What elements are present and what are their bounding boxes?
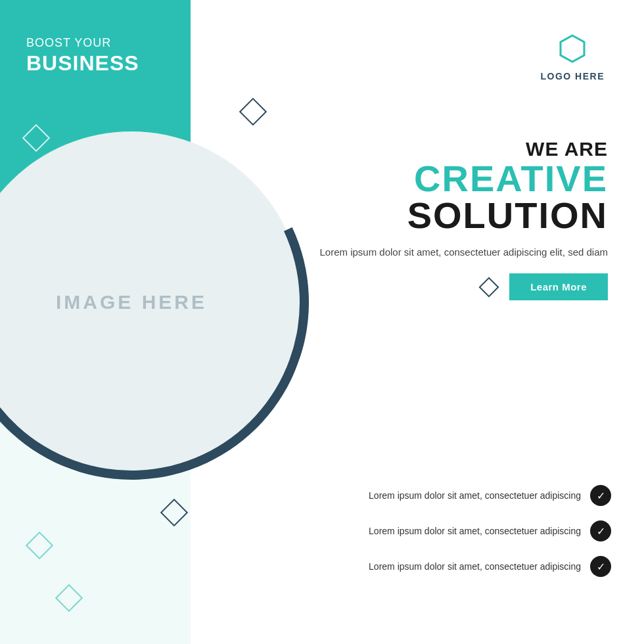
check-icon-1: ✓ — [590, 485, 611, 506]
logo-hexagon-icon — [557, 33, 588, 64]
button-row: Learn More — [319, 273, 608, 300]
diamond-icon-inline — [479, 277, 499, 297]
check-icon-3: ✓ — [590, 556, 611, 577]
boost-subtitle: BOOST YOUR — [26, 36, 139, 51]
canvas: BOOST YOUR BUSINESS LOGO HERE IMAGE HERE… — [0, 0, 644, 644]
feature-text-2: Lorem ipsum dolor sit amet, consectetuer… — [204, 524, 581, 538]
description-text: Lorem ipsum dolor sit amet, consectetuer… — [319, 244, 608, 260]
features-area: Lorem ipsum dolor sit amet, consectetuer… — [204, 485, 611, 591]
feature-item-2: Lorem ipsum dolor sit amet, consectetuer… — [204, 520, 611, 541]
circle-image-container: IMAGE HERE — [0, 131, 302, 473]
heading-area: WE ARE CREATIVE SOLUTION Lorem ipsum dol… — [319, 138, 608, 300]
circle-ring-decoration — [0, 75, 359, 530]
creative-text: CREATIVE — [319, 160, 608, 197]
feature-item-3: Lorem ipsum dolor sit amet, consectetuer… — [204, 556, 611, 577]
learn-more-button[interactable]: Learn More — [509, 273, 608, 300]
logo-area: LOGO HERE — [540, 33, 605, 81]
feature-item-1: Lorem ipsum dolor sit amet, consectetuer… — [204, 485, 611, 506]
feature-text-1: Lorem ipsum dolor sit amet, consectetuer… — [204, 489, 581, 503]
boost-headline: BOOST YOUR BUSINESS — [26, 36, 139, 76]
boost-title: BUSINESS — [26, 51, 139, 76]
solution-text: SOLUTION — [319, 197, 608, 234]
svg-marker-0 — [561, 35, 584, 62]
check-icon-2: ✓ — [590, 520, 611, 541]
logo-text: LOGO HERE — [540, 71, 605, 81]
circle-bg: IMAGE HERE — [0, 131, 302, 473]
feature-text-3: Lorem ipsum dolor sit amet, consectetuer… — [204, 560, 581, 574]
diamond-icon-2 — [239, 98, 267, 126]
we-are-text: WE ARE — [319, 138, 608, 160]
